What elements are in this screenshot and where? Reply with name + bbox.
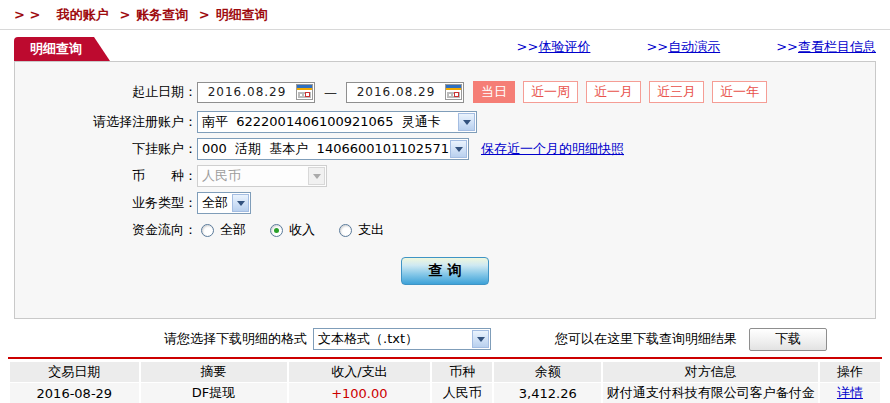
date-range-row: 起止日期： 2016.08.29 — 2016.08.29 当日 近一周 近一月… <box>15 81 875 103</box>
cell-currency: 人民币 <box>432 383 492 403</box>
header-counterparty: 对方信息 <box>603 362 818 382</box>
biz-type-row: 业务类型： 全部 <box>15 192 875 214</box>
tab-row: 明细查询 >>体验评价 >>自动演示 >>查看栏目信息 <box>0 30 890 61</box>
biz-type-value: 全部 <box>198 194 231 212</box>
breadcrumb-prefix: > > <box>14 7 40 22</box>
fund-flow-row: 资金流向： 全部 收入 支出 <box>15 219 875 241</box>
sub-account-row: 下挂账户： 000 活期 基本户 1406600101102571848 保存近… <box>15 138 875 160</box>
header-date: 交易日期 <box>10 362 139 382</box>
sub-account-label: 下挂账户： <box>15 140 197 158</box>
breadcrumb-separator: > <box>199 7 210 22</box>
sub-account-value: 000 活期 基本户 1406600101102571848 <box>198 140 449 158</box>
start-date-value: 2016.08.29 <box>198 85 296 99</box>
quick-range-year-button[interactable]: 近一年 <box>712 81 767 103</box>
top-links: >>体验评价 >>自动演示 >>查看栏目信息 <box>517 38 876 56</box>
sub-account-select[interactable]: 000 活期 基本户 1406600101102571848 <box>197 138 469 160</box>
detail-link[interactable]: 详情 <box>837 385 863 400</box>
flow-radio-all[interactable]: 全部 <box>201 221 246 239</box>
header-amount: 收入/支出 <box>289 362 431 382</box>
start-date-input[interactable]: 2016.08.29 <box>197 82 315 103</box>
query-button[interactable]: 查 询 <box>401 257 489 285</box>
header-summary: 摘要 <box>141 362 287 382</box>
tab-detail-query[interactable]: 明细查询 <box>14 37 110 61</box>
currency-label: 币 种： <box>15 167 197 185</box>
dropdown-arrow-icon[interactable] <box>458 113 475 131</box>
save-monthly-snapshot-link[interactable]: 保存近一个月的明细快照 <box>481 140 624 158</box>
query-form-panel: 起止日期： 2016.08.29 — 2016.08.29 当日 近一周 近一月… <box>14 61 876 319</box>
breadcrumb: > > 我的账户 >账务查询 >明细查询 <box>0 0 890 30</box>
download-format-select[interactable]: 文本格式（.txt） <box>313 328 491 350</box>
quick-range-month-button[interactable]: 近一月 <box>586 81 641 103</box>
download-format-value: 文本格式（.txt） <box>314 330 471 348</box>
table-row: 2016-08-29 DF提现 +100.00 人民币 3,412.26 财付通… <box>10 383 880 403</box>
cell-amount: +100.00 <box>289 383 431 403</box>
dropdown-arrow-icon[interactable] <box>450 140 467 158</box>
cell-date: 2016-08-29 <box>10 383 139 403</box>
radio-icon <box>201 224 214 237</box>
date-range-separator: — <box>324 85 337 100</box>
breadcrumb-item-detail-query[interactable]: 明细查询 <box>216 7 268 22</box>
register-account-select[interactable]: 南平 6222001406100921065 灵通卡 <box>197 111 477 133</box>
download-hint-text: 您可以在这里下载查询明细结果 <box>555 330 737 348</box>
result-table-section: 交易日期 摘要 收入/支出 币种 余额 对方信息 操作 2016-08-29 D… <box>8 357 882 403</box>
download-row: 请您选择下载明细的格式 文本格式（.txt） 您可以在这里下载查询明细结果 下载 <box>164 327 890 351</box>
header-balance: 余额 <box>494 362 601 382</box>
header-currency: 币种 <box>432 362 492 382</box>
download-button[interactable]: 下载 <box>749 328 827 351</box>
flow-radio-expense[interactable]: 支出 <box>339 221 384 239</box>
register-account-value: 南平 6222001406100921065 灵通卡 <box>198 113 457 131</box>
end-date-input[interactable]: 2016.08.29 <box>346 82 464 103</box>
calendar-icon[interactable] <box>445 84 462 100</box>
radio-icon <box>339 224 352 237</box>
fund-flow-label: 资金流向： <box>15 221 197 239</box>
cell-summary: DF提现 <box>141 383 287 403</box>
link-experience-rating[interactable]: >>体验评价 <box>517 38 591 56</box>
dropdown-arrow-icon[interactable] <box>232 194 249 212</box>
cell-balance: 3,412.26 <box>494 383 601 403</box>
biz-type-label: 业务类型： <box>15 194 197 212</box>
table-header-row: 交易日期 摘要 收入/支出 币种 余额 对方信息 操作 <box>10 362 880 382</box>
quick-range-today-button[interactable]: 当日 <box>473 81 515 103</box>
date-range-label: 起止日期： <box>15 83 197 101</box>
biz-type-select[interactable]: 全部 <box>197 192 251 214</box>
dropdown-arrow-icon[interactable] <box>472 330 489 348</box>
radio-checked-icon <box>270 224 283 237</box>
currency-select: 人民币 <box>197 165 327 187</box>
header-action: 操作 <box>820 362 880 382</box>
flow-radio-income[interactable]: 收入 <box>270 221 315 239</box>
register-account-row: 请选择注册账户： 南平 6222001406100921065 灵通卡 <box>15 111 875 133</box>
register-account-label: 请选择注册账户： <box>15 113 197 131</box>
end-date-value: 2016.08.29 <box>347 85 445 99</box>
breadcrumb-item-my-account[interactable]: 我的账户 <box>57 7 109 22</box>
link-view-column-info[interactable]: >>查看栏目信息 <box>776 38 876 56</box>
breadcrumb-separator: > <box>119 7 130 22</box>
currency-value: 人民币 <box>198 167 307 185</box>
download-format-label: 请您选择下载明细的格式 <box>164 330 307 348</box>
currency-row: 币 种： 人民币 <box>15 165 875 187</box>
link-auto-demo[interactable]: >>自动演示 <box>646 38 720 56</box>
calendar-icon[interactable] <box>296 84 313 100</box>
transactions-table: 交易日期 摘要 收入/支出 币种 余额 对方信息 操作 2016-08-29 D… <box>8 361 882 403</box>
cell-counterparty: 财付通支付科技有限公司客户备付金 <box>603 383 818 403</box>
quick-range-week-button[interactable]: 近一周 <box>523 81 578 103</box>
breadcrumb-item-account-query[interactable]: 账务查询 <box>136 7 188 22</box>
quick-range-3months-button[interactable]: 近三月 <box>649 81 704 103</box>
dropdown-arrow-icon <box>308 167 325 185</box>
